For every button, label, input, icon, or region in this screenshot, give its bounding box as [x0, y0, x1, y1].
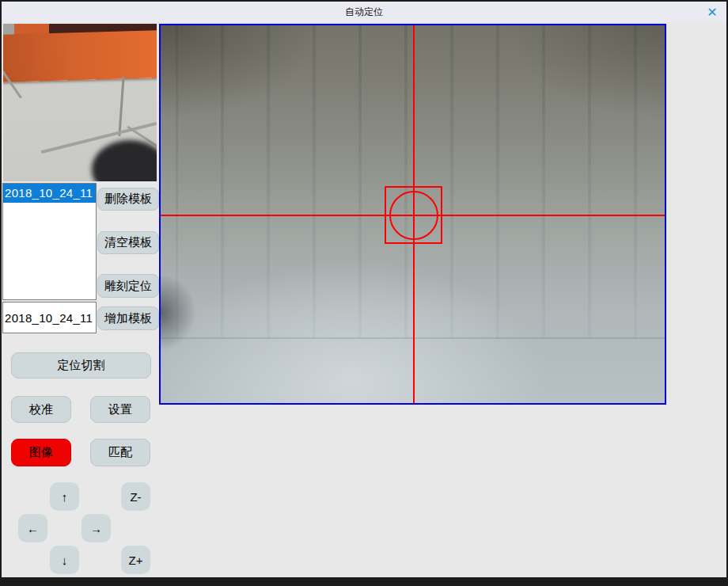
- jog-left-button[interactable]: ←: [18, 514, 47, 542]
- clear-template-button[interactable]: 清空模板: [97, 231, 159, 254]
- thumb-dark-object: [92, 140, 157, 181]
- jog-up-button[interactable]: ↑: [50, 482, 79, 511]
- jog-down-button[interactable]: ↓: [50, 546, 79, 574]
- calibrate-button[interactable]: 校准: [11, 396, 71, 423]
- target-circle-overlay: [389, 191, 438, 240]
- settings-button[interactable]: 设置: [90, 396, 150, 423]
- template-preview-image: [3, 24, 157, 181]
- position-cut-button[interactable]: 定位切割: [11, 352, 151, 379]
- z-minus-button[interactable]: Z-: [121, 482, 150, 511]
- camera-view[interactable]: [159, 24, 666, 405]
- thumb-tile-line: [118, 76, 124, 136]
- template-list-item[interactable]: 2018_10_24_11: [3, 184, 96, 203]
- match-button[interactable]: 匹配: [90, 439, 150, 466]
- add-template-button[interactable]: 增加模板: [97, 306, 159, 330]
- dialog-title: 自动定位: [345, 6, 383, 19]
- z-plus-button[interactable]: Z+: [121, 546, 150, 574]
- close-icon[interactable]: ✕: [703, 2, 722, 21]
- jog-right-button[interactable]: →: [82, 514, 111, 542]
- template-list[interactable]: 2018_10_24_11: [2, 183, 97, 300]
- engrave-position-button[interactable]: 雕刻定位: [97, 274, 159, 298]
- title-bar: 自动定位 ✕: [2, 2, 726, 22]
- auto-position-dialog: 自动定位 ✕ 2018_10_24_11 删除模板 清空模板 雕刻定位 增加模板…: [0, 0, 728, 586]
- thumb-orange-beam: [3, 30, 157, 82]
- window-bottom-frame: [2, 577, 726, 584]
- delete-template-button[interactable]: 删除模板: [97, 188, 159, 211]
- image-button[interactable]: 图像: [11, 439, 71, 466]
- template-name-input[interactable]: [2, 302, 97, 333]
